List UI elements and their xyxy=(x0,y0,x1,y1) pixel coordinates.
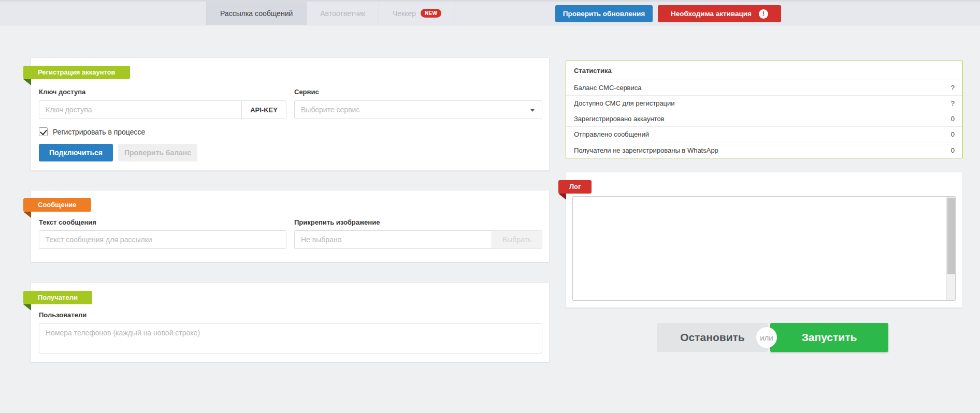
users-label: Пользователи xyxy=(39,311,87,319)
stats-value: ? xyxy=(951,84,955,92)
stats-row-accounts-registered: Зарегистрировано аккаунтов 0 xyxy=(566,111,962,127)
chevron-down-icon xyxy=(530,109,535,112)
service-label: Сервис xyxy=(294,88,319,96)
recipients-panel: Получатели Пользователи xyxy=(31,283,550,362)
message-ribbon: Сообщение xyxy=(23,198,91,212)
users-textarea[interactable] xyxy=(39,323,542,353)
stats-label: Баланс СМС-сервиса xyxy=(574,84,642,92)
register-checkbox[interactable] xyxy=(39,127,48,136)
stats-row-not-registered-whatsapp: Получатели не зарегистрированы в WhatsAp… xyxy=(566,142,962,158)
register-checkbox-label: Регистрировать в процессе xyxy=(53,128,145,136)
api-key-addon: API-KEY xyxy=(241,100,286,119)
log-scrollbar[interactable] xyxy=(946,197,955,300)
stats-value: 0 xyxy=(951,146,955,154)
attach-file-input[interactable] xyxy=(294,230,492,249)
log-ribbon: Лог xyxy=(558,180,592,194)
app-window: Рассылка сообщений Автоответчик Чеккер N… xyxy=(0,0,980,413)
stats-label: Получатели не зарегистрированы в WhatsAp… xyxy=(574,146,718,154)
log-scrollbar-thumb[interactable] xyxy=(947,198,955,274)
statistics-title: Статистика xyxy=(566,61,962,80)
activation-required-button[interactable]: Необходима активация ! xyxy=(658,5,781,22)
check-balance-button[interactable]: Проверить баланс xyxy=(118,144,197,161)
access-key-input[interactable] xyxy=(39,100,242,119)
access-key-label: Ключ доступа xyxy=(39,88,85,96)
message-panel: Сообщение Текст сообщения Прикрепить изо… xyxy=(31,190,550,262)
recipients-ribbon: Получатели xyxy=(23,291,92,304)
stats-value: 0 xyxy=(951,115,955,123)
stats-row-sms-balance: Баланс СМС-сервиса ? xyxy=(566,80,962,96)
stats-row-sms-available: Доступно СМС для регистрации ? xyxy=(566,96,962,111)
stats-label: Зарегистрировано аккаунтов xyxy=(574,115,665,123)
check-updates-button[interactable]: Проверить обновления xyxy=(555,5,653,22)
stats-label: Отправлено сообщений xyxy=(574,130,649,138)
run-actions: Остановить или Запустить xyxy=(657,323,890,352)
service-select-placeholder: Выберите сервис xyxy=(301,106,359,114)
start-button[interactable]: Запустить xyxy=(770,323,888,352)
stats-row-messages-sent: Отправлено сообщений 0 xyxy=(566,127,962,142)
log-box xyxy=(572,196,956,301)
or-separator: или xyxy=(756,327,777,348)
service-select[interactable]: Выберите сервис xyxy=(294,100,542,119)
stats-label: Доступно СМС для регистрации xyxy=(574,99,675,107)
register-in-process-row[interactable]: Регистрировать в процессе xyxy=(39,127,145,136)
activation-button-label: Необходима активация xyxy=(671,10,752,18)
connect-button[interactable]: Подключиться xyxy=(39,144,113,161)
stop-button[interactable]: Остановить xyxy=(657,323,768,352)
registration-ribbon: Регистрация аккаунтов xyxy=(23,66,130,79)
attach-image-label: Прикрепить изображение xyxy=(294,218,380,226)
log-textarea[interactable] xyxy=(573,197,946,300)
choose-file-button[interactable]: Выбрать xyxy=(492,230,542,249)
exclamation-circle-icon: ! xyxy=(759,9,768,19)
log-panel: Лог xyxy=(566,172,963,308)
statistics-panel: Статистика Баланс СМС-сервиса ? Доступно… xyxy=(566,61,963,158)
topbar-actions: Проверить обновления Необходима активаци… xyxy=(0,5,980,23)
top-navigation-bar: Рассылка сообщений Автоответчик Чеккер N… xyxy=(0,0,980,25)
message-text-input[interactable] xyxy=(39,230,286,249)
message-text-label: Текст сообщения xyxy=(39,218,96,226)
stats-value: ? xyxy=(951,99,955,107)
registration-panel: Регистрация аккаунтов Ключ доступа API-K… xyxy=(31,57,550,171)
stats-value: 0 xyxy=(951,130,955,138)
